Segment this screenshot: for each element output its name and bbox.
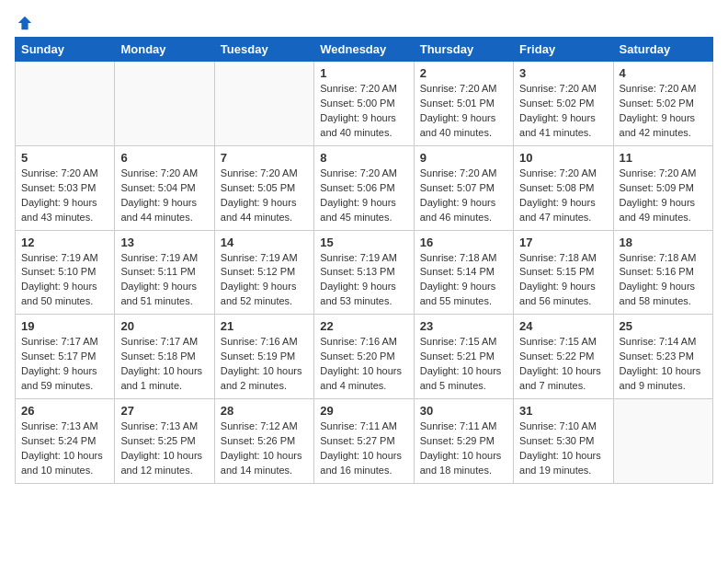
day-info: Sunrise: 7:18 AM Sunset: 5:16 PM Dayligh… (620, 251, 707, 310)
day-number: 22 (320, 319, 407, 333)
day-info: Sunrise: 7:12 AM Sunset: 5:26 PM Dayligh… (221, 419, 308, 478)
calendar-day-cell (613, 399, 712, 484)
calendar-day-cell: 8Sunrise: 7:20 AM Sunset: 5:06 PM Daylig… (314, 145, 414, 230)
svg-marker-0 (18, 17, 31, 29)
day-info: Sunrise: 7:20 AM Sunset: 5:05 PM Dayligh… (221, 167, 308, 225)
weekday-header-cell: Thursday (414, 38, 513, 62)
day-number: 4 (620, 66, 707, 80)
calendar-body: 1Sunrise: 7:20 AM Sunset: 5:00 PM Daylig… (16, 62, 713, 484)
day-number: 13 (120, 236, 208, 249)
weekday-header-cell: Saturday (613, 38, 712, 62)
day-number: 8 (320, 151, 407, 165)
day-info: Sunrise: 7:19 AM Sunset: 5:12 PM Dayligh… (221, 251, 308, 310)
day-number: 7 (221, 151, 308, 165)
day-number: 27 (120, 404, 208, 418)
weekday-header-cell: Monday (115, 38, 214, 62)
day-number: 2 (420, 66, 507, 80)
calendar-day-cell: 24Sunrise: 7:15 AM Sunset: 5:22 PM Dayli… (514, 315, 613, 399)
day-info: Sunrise: 7:10 AM Sunset: 5:30 PM Dayligh… (519, 419, 607, 478)
day-info: Sunrise: 7:18 AM Sunset: 5:15 PM Dayligh… (519, 251, 607, 310)
day-number: 23 (420, 319, 507, 333)
day-number: 14 (221, 236, 308, 249)
day-info: Sunrise: 7:20 AM Sunset: 5:03 PM Dayligh… (21, 167, 108, 225)
calendar-day-cell: 11Sunrise: 7:20 AM Sunset: 5:09 PM Dayli… (613, 145, 712, 230)
day-number: 24 (519, 319, 607, 333)
day-info: Sunrise: 7:17 AM Sunset: 5:17 PM Dayligh… (21, 335, 108, 394)
calendar-day-cell: 26Sunrise: 7:13 AM Sunset: 5:24 PM Dayli… (16, 399, 115, 484)
day-info: Sunrise: 7:20 AM Sunset: 5:00 PM Dayligh… (320, 82, 407, 141)
day-number: 10 (519, 151, 607, 165)
day-number: 17 (519, 236, 607, 249)
logo-icon (17, 15, 33, 31)
day-number: 28 (221, 404, 308, 418)
day-number: 15 (320, 236, 407, 249)
logo (15, 15, 33, 31)
calendar-day-cell: 14Sunrise: 7:19 AM Sunset: 5:12 PM Dayli… (214, 230, 313, 315)
day-number: 3 (519, 66, 607, 80)
calendar-header-row: SundayMondayTuesdayWednesdayThursdayFrid… (16, 38, 713, 62)
day-number: 11 (620, 151, 707, 165)
day-info: Sunrise: 7:16 AM Sunset: 5:20 PM Dayligh… (320, 335, 407, 394)
day-number: 29 (320, 404, 407, 418)
calendar-day-cell (115, 62, 214, 146)
day-number: 30 (420, 404, 507, 418)
calendar-week-row: 26Sunrise: 7:13 AM Sunset: 5:24 PM Dayli… (16, 399, 713, 484)
day-info: Sunrise: 7:18 AM Sunset: 5:14 PM Dayligh… (420, 251, 507, 310)
calendar-day-cell (16, 62, 115, 146)
day-info: Sunrise: 7:20 AM Sunset: 5:01 PM Dayligh… (420, 82, 507, 141)
day-number: 26 (21, 404, 108, 418)
calendar-day-cell: 15Sunrise: 7:19 AM Sunset: 5:13 PM Dayli… (314, 230, 414, 315)
day-number: 1 (320, 66, 407, 80)
day-number: 5 (21, 151, 108, 165)
day-number: 21 (221, 319, 308, 333)
weekday-header-cell: Tuesday (214, 38, 313, 62)
calendar-day-cell: 5Sunrise: 7:20 AM Sunset: 5:03 PM Daylig… (16, 145, 115, 230)
calendar-day-cell: 16Sunrise: 7:18 AM Sunset: 5:14 PM Dayli… (414, 230, 513, 315)
day-info: Sunrise: 7:16 AM Sunset: 5:19 PM Dayligh… (221, 335, 308, 394)
day-info: Sunrise: 7:20 AM Sunset: 5:02 PM Dayligh… (620, 82, 707, 141)
day-info: Sunrise: 7:19 AM Sunset: 5:10 PM Dayligh… (21, 251, 108, 310)
day-number: 19 (21, 319, 108, 333)
calendar-day-cell: 28Sunrise: 7:12 AM Sunset: 5:26 PM Dayli… (214, 399, 313, 484)
day-info: Sunrise: 7:20 AM Sunset: 5:07 PM Dayligh… (420, 167, 507, 225)
calendar-day-cell: 3Sunrise: 7:20 AM Sunset: 5:02 PM Daylig… (514, 62, 613, 146)
calendar-day-cell: 22Sunrise: 7:16 AM Sunset: 5:20 PM Dayli… (314, 315, 414, 399)
weekday-header-cell: Friday (514, 38, 613, 62)
day-info: Sunrise: 7:11 AM Sunset: 5:27 PM Dayligh… (320, 419, 407, 478)
day-info: Sunrise: 7:19 AM Sunset: 5:13 PM Dayligh… (320, 251, 407, 310)
day-info: Sunrise: 7:20 AM Sunset: 5:09 PM Dayligh… (620, 167, 707, 225)
calendar-day-cell: 1Sunrise: 7:20 AM Sunset: 5:00 PM Daylig… (314, 62, 414, 146)
calendar-day-cell: 17Sunrise: 7:18 AM Sunset: 5:15 PM Dayli… (514, 230, 613, 315)
calendar-week-row: 19Sunrise: 7:17 AM Sunset: 5:17 PM Dayli… (16, 315, 713, 399)
calendar-day-cell: 27Sunrise: 7:13 AM Sunset: 5:25 PM Dayli… (115, 399, 214, 484)
day-number: 6 (120, 151, 208, 165)
calendar-day-cell: 2Sunrise: 7:20 AM Sunset: 5:01 PM Daylig… (414, 62, 513, 146)
calendar-week-row: 1Sunrise: 7:20 AM Sunset: 5:00 PM Daylig… (16, 62, 713, 146)
calendar-week-row: 5Sunrise: 7:20 AM Sunset: 5:03 PM Daylig… (16, 145, 713, 230)
day-info: Sunrise: 7:20 AM Sunset: 5:08 PM Dayligh… (519, 167, 607, 225)
calendar-day-cell: 12Sunrise: 7:19 AM Sunset: 5:10 PM Dayli… (16, 230, 115, 315)
calendar-day-cell: 30Sunrise: 7:11 AM Sunset: 5:29 PM Dayli… (414, 399, 513, 484)
weekday-header-cell: Wednesday (314, 38, 414, 62)
day-info: Sunrise: 7:15 AM Sunset: 5:21 PM Dayligh… (420, 335, 507, 394)
calendar-table: SundayMondayTuesdayWednesdayThursdayFrid… (15, 37, 713, 484)
day-info: Sunrise: 7:20 AM Sunset: 5:04 PM Dayligh… (120, 167, 208, 225)
calendar-day-cell: 6Sunrise: 7:20 AM Sunset: 5:04 PM Daylig… (115, 145, 214, 230)
calendar-week-row: 12Sunrise: 7:19 AM Sunset: 5:10 PM Dayli… (16, 230, 713, 315)
calendar-day-cell: 31Sunrise: 7:10 AM Sunset: 5:30 PM Dayli… (514, 399, 613, 484)
day-number: 31 (519, 404, 607, 418)
calendar-day-cell: 7Sunrise: 7:20 AM Sunset: 5:05 PM Daylig… (214, 145, 313, 230)
calendar-day-cell: 25Sunrise: 7:14 AM Sunset: 5:23 PM Dayli… (613, 315, 712, 399)
day-number: 16 (420, 236, 507, 249)
calendar-day-cell (214, 62, 313, 146)
calendar-day-cell: 9Sunrise: 7:20 AM Sunset: 5:07 PM Daylig… (414, 145, 513, 230)
calendar-day-cell: 23Sunrise: 7:15 AM Sunset: 5:21 PM Dayli… (414, 315, 513, 399)
day-info: Sunrise: 7:14 AM Sunset: 5:23 PM Dayligh… (620, 335, 707, 394)
day-info: Sunrise: 7:13 AM Sunset: 5:25 PM Dayligh… (120, 419, 208, 478)
calendar-day-cell: 13Sunrise: 7:19 AM Sunset: 5:11 PM Dayli… (115, 230, 214, 315)
day-info: Sunrise: 7:13 AM Sunset: 5:24 PM Dayligh… (21, 419, 108, 478)
day-info: Sunrise: 7:15 AM Sunset: 5:22 PM Dayligh… (519, 335, 607, 394)
day-info: Sunrise: 7:11 AM Sunset: 5:29 PM Dayligh… (420, 419, 507, 478)
day-info: Sunrise: 7:17 AM Sunset: 5:18 PM Dayligh… (120, 335, 208, 394)
day-number: 9 (420, 151, 507, 165)
